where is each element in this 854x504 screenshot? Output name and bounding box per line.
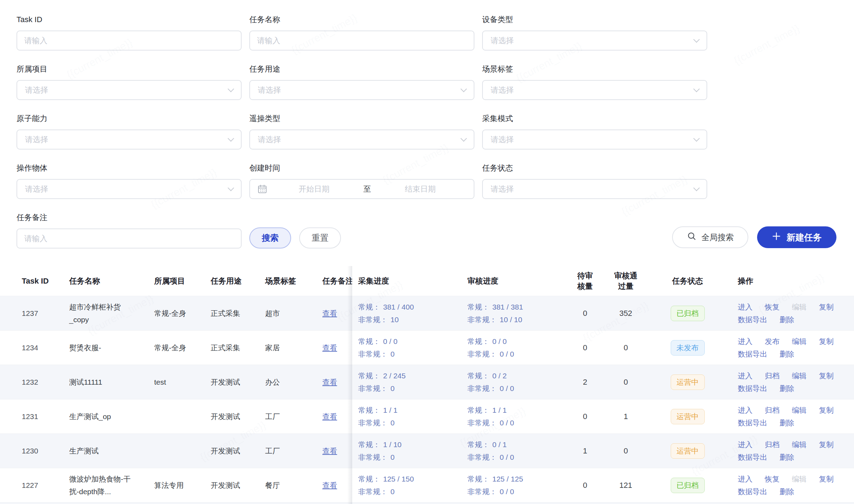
view-remark-link[interactable]: 查看 — [322, 344, 337, 352]
task-purpose-placeholder: 请选择 — [258, 85, 281, 95]
action-archive-link[interactable]: 归档 — [765, 438, 780, 451]
action-enter-link[interactable]: 进入 — [738, 370, 753, 382]
action-copy-link[interactable]: 复制 — [819, 370, 834, 382]
filter-field-task-name: 任务名称 — [249, 15, 474, 51]
filter-field-device-type: 设备类型请选择 — [482, 15, 707, 51]
action-data-export-link[interactable]: 数据导出 — [738, 417, 767, 429]
teleop-type-select[interactable]: 请选择 — [249, 130, 474, 150]
atomic-ability-select[interactable]: 请选择 — [17, 130, 242, 150]
irregular-value: 0 — [390, 348, 395, 360]
view-remark-link[interactable]: 查看 — [322, 447, 337, 455]
task-name-input[interactable] — [250, 36, 474, 45]
col-header-approved-count: 审核通过量 — [601, 271, 651, 292]
global-search-button[interactable]: 全局搜索 — [672, 226, 748, 248]
action-data-export-link[interactable]: 数据导出 — [738, 485, 767, 498]
irregular-label: 非常规： — [467, 313, 497, 326]
task-remark-input[interactable] — [17, 234, 241, 243]
operate-object-select[interactable]: 请选择 — [17, 179, 242, 199]
task-id-input[interactable] — [17, 36, 241, 45]
reset-button[interactable]: 重置 — [299, 227, 341, 248]
cell-approved-count: 0 — [601, 445, 651, 457]
irregular-label: 非常规： — [358, 382, 388, 395]
action-edit-link[interactable]: 编辑 — [792, 404, 807, 417]
action-copy-link[interactable]: 复制 — [819, 404, 834, 417]
cell-project: 常规-全身 — [154, 341, 211, 354]
irregular-label: 非常规： — [358, 417, 388, 429]
create-task-button[interactable]: 新建任务 — [757, 226, 836, 248]
action-copy-link[interactable]: 复制 — [819, 438, 834, 451]
regular-label: 常规： — [358, 404, 380, 417]
regular-label: 常规： — [467, 473, 490, 485]
approved-count: 0 — [624, 376, 628, 389]
cell-pending-count: 0 — [569, 410, 601, 423]
page: {{current_time}}{{current_time}}{{curren… — [0, 0, 854, 504]
scene-tag-select[interactable]: 请选择 — [482, 80, 707, 100]
cell-approved-count: 1 — [601, 410, 651, 423]
action-copy-link[interactable]: 复制 — [819, 473, 834, 485]
regular-value: 0 / 0 — [383, 335, 398, 348]
col-header-task-status: 任务状态 — [651, 275, 724, 287]
action-edit-link[interactable]: 编辑 — [792, 438, 807, 451]
scene-tag-placeholder: 请选择 — [491, 85, 514, 95]
action-archive-link[interactable]: 归档 — [765, 404, 780, 417]
action-edit-link[interactable]: 编辑 — [792, 335, 807, 348]
task-status-select[interactable]: 请选择 — [482, 179, 707, 199]
view-remark-link[interactable]: 查看 — [322, 481, 337, 489]
cell-approved-count: 0 — [601, 376, 651, 389]
action-restore-link[interactable]: 恢复 — [765, 473, 780, 485]
chevron-down-icon — [693, 185, 699, 191]
status-badge: 已归档 — [671, 478, 705, 493]
create-time-range-picker[interactable]: 开始日期至结束日期 — [249, 179, 474, 199]
action-delete-link[interactable]: 删除 — [780, 348, 794, 360]
action-delete-link[interactable]: 删除 — [780, 485, 794, 498]
action-publish-link[interactable]: 发布 — [765, 335, 780, 348]
cell-review-progress: 常规：125 / 125非常规：0 / 0 — [467, 473, 569, 498]
view-remark-link[interactable]: 查看 — [322, 412, 337, 420]
action-copy-link[interactable]: 复制 — [819, 301, 834, 313]
cell-project: test — [154, 376, 211, 389]
action-delete-link[interactable]: 删除 — [780, 313, 794, 326]
cell-scene-tag: 家居 — [265, 341, 322, 354]
col-header-project: 所属项目 — [154, 275, 211, 287]
search-button[interactable]: 搜索 — [249, 227, 291, 248]
action-copy-link[interactable]: 复制 — [819, 335, 834, 348]
col-header-pending-count: 待审核量 — [569, 271, 601, 292]
cell-task-name: 超市冷鲜柜补货_copy — [69, 301, 154, 326]
cell-operations: 进入发布编辑复制数据导出删除 — [724, 335, 854, 360]
action-edit-link[interactable]: 编辑 — [792, 370, 807, 382]
task-purpose-select[interactable]: 请选择 — [249, 80, 474, 100]
filter-field-collect-mode: 采集模式请选择 — [482, 114, 707, 150]
collect-mode-select[interactable]: 请选择 — [482, 130, 707, 150]
filter-field-task-remark: 任务备注 — [17, 213, 242, 248]
project-placeholder: 请选择 — [25, 85, 48, 95]
view-remark-link[interactable]: 查看 — [322, 309, 337, 317]
irregular-value: 10 — [390, 313, 399, 326]
task-remark-label: 任务备注 — [17, 213, 242, 223]
regular-value: 125 / 125 — [492, 473, 523, 485]
action-enter-link[interactable]: 进入 — [738, 473, 753, 485]
action-delete-link[interactable]: 删除 — [780, 451, 794, 464]
action-data-export-link[interactable]: 数据导出 — [738, 451, 767, 464]
date-range-separator: 至 — [361, 184, 374, 194]
status-badge: 运营中 — [671, 443, 705, 459]
action-enter-link[interactable]: 进入 — [738, 335, 753, 348]
action-delete-link[interactable]: 删除 — [780, 382, 794, 395]
action-enter-link[interactable]: 进入 — [738, 404, 753, 417]
action-restore-link[interactable]: 恢复 — [765, 301, 780, 313]
action-archive-link[interactable]: 归档 — [765, 370, 780, 382]
cell-collect-progress: 常规：125 / 150非常规：0 — [352, 473, 467, 498]
action-enter-link[interactable]: 进入 — [738, 438, 753, 451]
project-select[interactable]: 请选择 — [17, 80, 242, 100]
cell-task-purpose: 开发测试 — [211, 410, 265, 423]
filter-panel: Task ID任务名称设备类型请选择所属项目请选择任务用途请选择场景标签请选择原… — [0, 0, 854, 248]
cell-pending-count: 1 — [569, 445, 601, 457]
action-data-export-link[interactable]: 数据导出 — [738, 348, 767, 360]
action-enter-link[interactable]: 进入 — [738, 301, 753, 313]
atomic-ability-placeholder: 请选择 — [25, 134, 48, 145]
cell-approved-count: 352 — [601, 307, 651, 320]
action-delete-link[interactable]: 删除 — [780, 417, 794, 429]
action-data-export-link[interactable]: 数据导出 — [738, 382, 767, 395]
device-type-select[interactable]: 请选择 — [482, 31, 707, 51]
action-data-export-link[interactable]: 数据导出 — [738, 313, 767, 326]
view-remark-link[interactable]: 查看 — [322, 378, 337, 386]
